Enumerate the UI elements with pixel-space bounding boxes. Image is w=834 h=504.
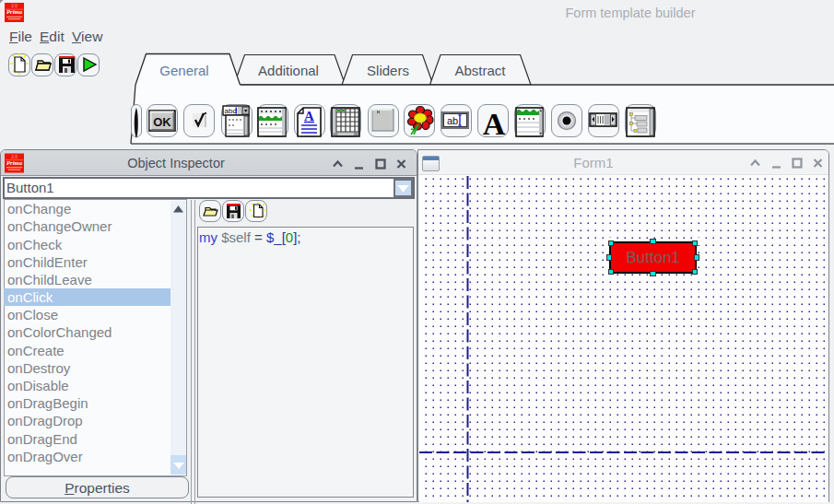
svg-text:abc: abc [225,107,237,115]
svg-text:ab: ab [447,115,458,126]
svg-text:OK: OK [153,115,171,129]
svg-text:Sliders: Sliders [367,63,409,78]
svg-text:A: A [304,109,314,123]
svg-text:Prima: Prima [6,159,23,166]
svg-text:Additional: Additional [258,63,319,78]
svg-text:General: General [159,63,208,78]
svg-text:Prima: Prima [6,8,23,15]
svg-text:Abstract: Abstract [454,63,506,78]
svg-text:A: A [483,107,506,141]
